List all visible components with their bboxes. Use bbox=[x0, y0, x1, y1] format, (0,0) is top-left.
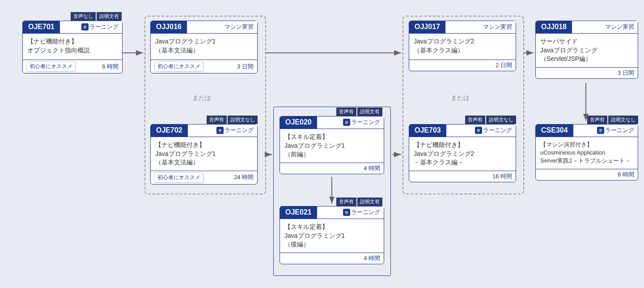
card-code: OJE702 bbox=[151, 125, 188, 137]
tag: 音声有 bbox=[465, 116, 485, 124]
card-ojj017[interactable]: OJJ017 マシン実習 Javaプログラミング2 （基本クラス編） 2 日間 bbox=[409, 21, 516, 71]
duration: 3 日間 bbox=[618, 69, 634, 77]
card-title: 【スキル定着】 Javaプログラミング1 （前編） bbox=[280, 129, 384, 163]
card-oje703[interactable]: OJE703 ラーニング 【ナビ機能付き】 Javaプログラミング2 －基本クラ… bbox=[409, 124, 516, 182]
tag: 説明文なし bbox=[608, 116, 638, 124]
card-footer: 2 日間 bbox=[409, 60, 516, 71]
tag: 音声有 bbox=[336, 198, 356, 206]
card-type: ラーニング bbox=[317, 206, 384, 219]
card-code: OJE021 bbox=[280, 206, 317, 219]
tags-cse304: 音声有 説明文なし bbox=[587, 116, 638, 124]
card-cse304[interactable]: CSE304 ラーニング 【マシン演習付き】 uCosminexus Appli… bbox=[535, 124, 638, 181]
card-header: OJE020 ラーニング bbox=[280, 116, 384, 129]
card-header: OJE702 ラーニング bbox=[151, 125, 257, 137]
duration: 4 時間 bbox=[364, 254, 380, 262]
card-oje020[interactable]: OJE020 ラーニング 【スキル定着】 Javaプログラミング1 （前編） 4… bbox=[280, 116, 384, 174]
tag: 音声有 bbox=[587, 116, 607, 124]
card-type: ラーニング bbox=[573, 125, 638, 137]
tags-oje701: 音声なし 説明文有 bbox=[71, 12, 122, 21]
tag: 説明文なし bbox=[228, 116, 258, 124]
card-type: ラーニング bbox=[60, 21, 122, 34]
tag: 音声有 bbox=[336, 107, 356, 116]
card-title: 【ナビ機能付き】 Javaプログラミング1 （基本文法編） bbox=[151, 137, 257, 171]
card-footer: 4 時間 bbox=[280, 253, 384, 264]
card-title: Javaプログラミング2 （基本クラス編） bbox=[409, 34, 516, 60]
beginner-tag: 初心者にオススメ bbox=[154, 172, 203, 183]
card-header: OJE021 ラーニング bbox=[280, 206, 384, 219]
card-footer: 初心者にオススメ 24 時間 bbox=[151, 171, 257, 184]
card-type: ラーニング bbox=[188, 125, 257, 137]
card-code: OJJ017 bbox=[409, 21, 445, 34]
beginner-tag: 初心者にオススメ bbox=[26, 61, 76, 72]
tag: 音声有 bbox=[207, 116, 227, 124]
tag: 音声なし bbox=[71, 12, 96, 21]
tag: 説明文有 bbox=[97, 12, 122, 21]
card-title: 【マシン演習付き】 uCosminexus Application Server… bbox=[536, 137, 638, 169]
card-header: OJE701 ラーニング bbox=[23, 21, 122, 34]
card-oje701[interactable]: OJE701 ラーニング 【ナビ機能付き】 オブジェクト指向概説 初心者にオスス… bbox=[22, 21, 123, 73]
card-header: OJJ018 マシン実習 bbox=[536, 21, 638, 34]
tags-oje702: 音声有 説明文なし bbox=[207, 116, 258, 124]
card-footer: 3 日間 bbox=[536, 67, 638, 78]
card-footer: 初心者にオススメ 3 日間 bbox=[151, 60, 257, 73]
tag: 説明文有 bbox=[357, 198, 382, 206]
duration: 6 時間 bbox=[102, 63, 119, 71]
duration: 16 時間 bbox=[492, 172, 512, 181]
card-type: ラーニング bbox=[446, 125, 516, 137]
duration: 24 時間 bbox=[234, 173, 254, 181]
tags-oje020: 音声有 説明文有 bbox=[336, 107, 382, 116]
tag: 説明文有 bbox=[357, 107, 382, 116]
card-footer: 6 時間 bbox=[536, 169, 638, 180]
card-footer: 16 時間 bbox=[409, 171, 516, 182]
card-oje021[interactable]: OJE021 ラーニング 【スキル定着】 Javaプログラミング1 （後編） 4… bbox=[280, 206, 384, 264]
or-label-col2: または bbox=[192, 94, 211, 102]
or-label-col4: または bbox=[451, 94, 470, 102]
card-oje702[interactable]: OJE702 ラーニング 【ナビ機能付き】 Javaプログラミング1 （基本文法… bbox=[150, 124, 258, 185]
card-ojj018[interactable]: OJJ018 マシン実習 サーバサイド Javaプログラミング （Servlet… bbox=[535, 21, 638, 79]
duration: 6 時間 bbox=[618, 171, 634, 179]
card-header: OJE703 ラーニング bbox=[409, 125, 516, 137]
duration: 2 日間 bbox=[496, 61, 512, 69]
card-type: ラーニング bbox=[317, 116, 384, 129]
tags-oje703: 音声有 説明文なし bbox=[465, 116, 516, 124]
card-title: Javaプログラミング1 （基本文法編） bbox=[151, 34, 257, 60]
card-title: 【ナビ機能付き】 オブジェクト指向概説 bbox=[23, 34, 122, 60]
card-title: 【ナビ機能付き】 Javaプログラミング2 －基本クラス編－ bbox=[409, 137, 516, 171]
card-header: OJJ016 マシン実習 bbox=[151, 21, 257, 34]
card-code: OJJ018 bbox=[536, 21, 572, 34]
beginner-tag: 初心者にオススメ bbox=[154, 61, 203, 72]
card-code: OJE701 bbox=[23, 21, 60, 34]
card-type: マシン実習 bbox=[445, 21, 516, 34]
card-code: OJE703 bbox=[409, 125, 446, 137]
card-code: OJE020 bbox=[280, 116, 317, 129]
card-header: OJJ017 マシン実習 bbox=[409, 21, 516, 34]
tag: 説明文なし bbox=[486, 116, 516, 124]
card-type: マシン実習 bbox=[187, 21, 257, 34]
duration: 3 日間 bbox=[237, 63, 254, 71]
card-title: サーバサイド Javaプログラミング （Servlet/JSP編） bbox=[536, 34, 638, 67]
card-footer: 4 時間 bbox=[280, 163, 384, 174]
tags-oje021: 音声有 説明文有 bbox=[336, 198, 382, 206]
card-header: CSE304 ラーニング bbox=[536, 125, 638, 137]
card-footer: 初心者にオススメ 6 時間 bbox=[23, 60, 122, 73]
card-ojj016[interactable]: OJJ016 マシン実習 Javaプログラミング1 （基本文法編） 初心者にオス… bbox=[150, 21, 258, 73]
card-title: 【スキル定着】 Javaプログラミング1 （後編） bbox=[280, 219, 384, 253]
card-type: マシン実習 bbox=[572, 21, 638, 34]
duration: 4 時間 bbox=[364, 164, 380, 172]
card-code: CSE304 bbox=[536, 125, 573, 137]
card-code: OJJ016 bbox=[151, 21, 187, 34]
